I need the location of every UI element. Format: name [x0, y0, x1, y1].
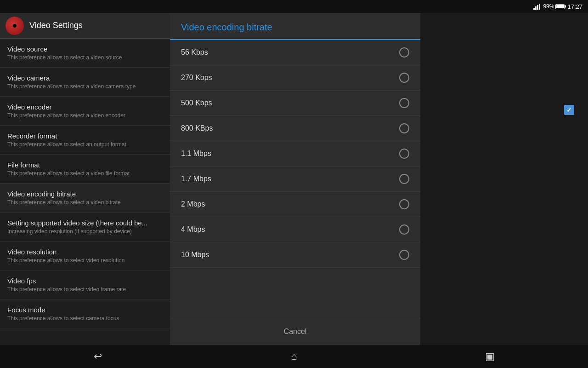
checkbox-area: ✓ [564, 105, 574, 115]
dialog-header: Video encoding bitrate [170, 13, 420, 40]
settings-item-desc: This preference allows to select a video… [7, 54, 163, 61]
settings-item-title: Video camera [7, 74, 163, 82]
settings-item-video-resolution[interactable]: Video resolution This preference allows … [0, 242, 170, 270]
app-title: Video Settings [29, 21, 83, 30]
dialog-option-270kbps[interactable]: 270 Kbps [170, 65, 420, 91]
settings-item-title: Focus mode [7, 306, 163, 314]
radio-button-800kbps[interactable] [399, 123, 409, 133]
checkmark-icon: ✓ [566, 106, 572, 114]
settings-item-title: Video encoder [7, 103, 163, 111]
radio-button-270kbps[interactable] [399, 73, 409, 83]
option-label: 2 Mbps [181, 200, 205, 208]
settings-item-desc: This preference allows to select video f… [7, 286, 163, 293]
battery-indicator: 99% [543, 3, 565, 10]
settings-item-desc: This preference allows to select a video… [7, 83, 163, 90]
battery-icon [555, 4, 565, 9]
radio-button-56kbps[interactable] [399, 47, 409, 58]
settings-item-title: Video resolution [7, 248, 163, 256]
status-bar: 99% 17:27 [0, 0, 588, 13]
settings-item-desc: This preference allows to select video r… [7, 257, 163, 264]
status-time: 17:27 [567, 3, 582, 10]
app-icon-symbol: ● [12, 21, 17, 30]
dialog-option-800kbps[interactable]: 800 KBps [170, 116, 420, 141]
home-icon: ⌂ [291, 351, 297, 362]
cancel-button[interactable]: Cancel [273, 324, 318, 339]
option-label: 270 Kbps [181, 74, 212, 82]
settings-item-title: File format [7, 161, 163, 169]
battery-percentage: 99% [543, 3, 554, 10]
settings-item-video-fps[interactable]: Video fps This preference allows to sele… [0, 270, 170, 299]
radio-button-4mbps[interactable] [399, 224, 409, 235]
home-button[interactable]: ⌂ [280, 348, 308, 365]
radio-button-10mbps[interactable] [399, 250, 409, 260]
settings-item-focus-mode[interactable]: Focus mode This preference allows to sel… [0, 299, 170, 328]
settings-item-desc: This preference allows to select a video… [7, 199, 163, 206]
settings-item-video-source[interactable]: Video source This preference allows to s… [0, 39, 170, 68]
dialog-option-500kbps[interactable]: 500 Kbps [170, 91, 420, 116]
option-label: 500 Kbps [181, 99, 212, 107]
dialog-footer: Cancel [170, 318, 420, 345]
settings-item-desc: This preference allows to select a video… [7, 112, 163, 119]
settings-item-title: Video source [7, 45, 163, 53]
nav-bar: ↩ ⌂ ▣ [0, 345, 588, 368]
option-label: 4 Mbps [181, 225, 205, 234]
app-icon: ● [6, 17, 24, 35]
settings-item-video-encoding-bitrate[interactable]: Video encoding bitrate This preference a… [0, 184, 170, 213]
video-encoding-bitrate-dialog: Video encoding bitrate 56 Kbps 270 Kbps … [170, 13, 420, 345]
settings-item-video-encoder[interactable]: Video encoder This preference allows to … [0, 97, 170, 126]
radio-button-2mbps[interactable] [399, 199, 409, 209]
option-label: 56 Kbps [181, 48, 208, 57]
radio-button-500kbps[interactable] [399, 98, 409, 108]
settings-item-recorder-format[interactable]: Recorder format This preference allows t… [0, 126, 170, 155]
dialog-option-2mbps[interactable]: 2 Mbps [170, 192, 420, 217]
settings-item-desc: Increasing video resolution (if supporte… [7, 228, 163, 235]
option-label: 1.1 Mbps [181, 150, 211, 158]
app-header: ● Video Settings [0, 13, 170, 39]
signal-icon [533, 3, 540, 10]
radio-button-1.7mbps[interactable] [399, 174, 409, 184]
dialog-option-56kbps[interactable]: 56 Kbps [170, 40, 420, 65]
dialog-option-10mbps[interactable]: 10 Mbps [170, 242, 420, 268]
settings-item-title: Video encoding bitrate [7, 190, 163, 198]
settings-item-desc: This preference allows to select a video… [7, 170, 163, 177]
settings-item-video-camera[interactable]: Video camera This preference allows to s… [0, 68, 170, 97]
settings-list: Video source This preference allows to s… [0, 39, 170, 345]
option-label: 10 Mbps [181, 251, 209, 259]
option-label: 1.7 Mbps [181, 175, 211, 183]
recent-apps-button[interactable]: ▣ [476, 348, 504, 365]
settings-item-desc: This preference allows to select camera … [7, 315, 163, 322]
settings-item-title: Video fps [7, 277, 163, 285]
settings-item-title: Recorder format [7, 132, 163, 140]
recent-icon: ▣ [485, 351, 495, 362]
settings-item-file-format[interactable]: File format This preference allows to se… [0, 155, 170, 184]
settings-item-setting-supported-video-size[interactable]: Setting supported video size (there coul… [0, 213, 170, 242]
back-icon: ↩ [94, 351, 102, 362]
back-button[interactable]: ↩ [84, 348, 112, 365]
dialog-option-1.1mbps[interactable]: 1.1 Mbps [170, 141, 420, 167]
dialog-option-4mbps[interactable]: 4 Mbps [170, 217, 420, 242]
settings-item-title: Setting supported video size (there coul… [7, 219, 163, 227]
radio-button-1.1mbps[interactable] [399, 149, 409, 159]
dialog-title: Video encoding bitrate [181, 22, 409, 33]
dialog-option-1.7mbps[interactable]: 1.7 Mbps [170, 167, 420, 192]
dialog-options-list: 56 Kbps 270 Kbps 500 Kbps 800 KBps 1.1 M… [170, 40, 420, 318]
settings-item-desc: This preference allows to select an outp… [7, 141, 163, 148]
option-label: 800 KBps [181, 124, 213, 132]
checkbox-checked[interactable]: ✓ [564, 105, 574, 115]
